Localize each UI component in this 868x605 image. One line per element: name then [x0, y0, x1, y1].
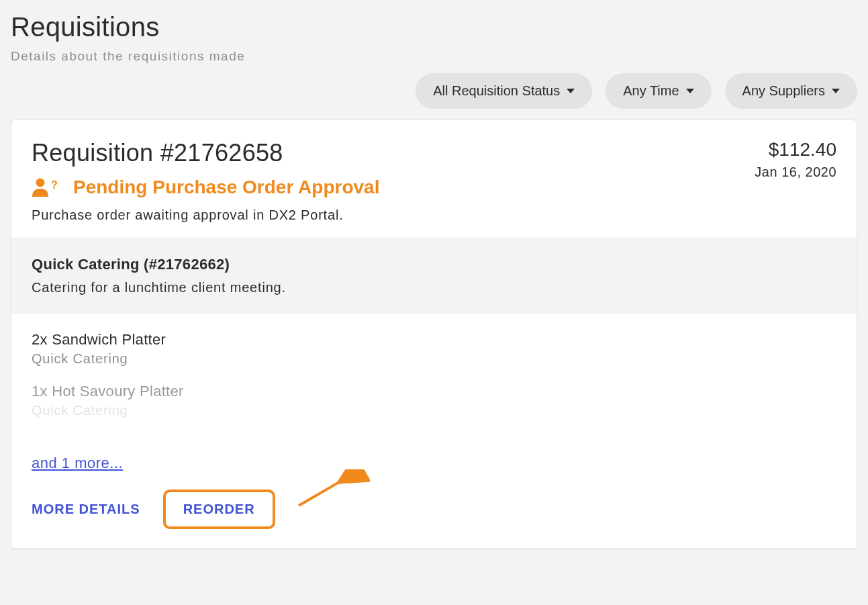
line-item-title: 2x Sandwich Platter — [32, 331, 836, 348]
chevron-down-icon — [567, 89, 575, 93]
svg-text:?: ? — [51, 179, 58, 191]
requisition-status: Pending Purchase Order Approval — [73, 177, 379, 198]
requisition-date: Jan 16, 2020 — [755, 165, 836, 180]
filter-row: All Requisition Status Any Time Any Supp… — [11, 73, 857, 109]
svg-line-2 — [299, 472, 356, 506]
line-item: 1x Hot Savoury Platter Quick Catering — [32, 383, 836, 418]
arrow-annotation-icon — [289, 469, 370, 523]
card-header: Requisition #21762658 ? Pending Purchase… — [11, 120, 857, 238]
filter-suppliers-dropdown[interactable]: Any Suppliers — [725, 73, 857, 109]
requisition-title: Requisition #21762658 — [32, 139, 755, 167]
filter-time-dropdown[interactable]: Any Time — [606, 73, 711, 109]
more-items-link[interactable]: and 1 more... — [32, 455, 123, 472]
filter-status-label: All Requisition Status — [433, 83, 560, 99]
reorder-highlight: REORDER — [163, 490, 275, 529]
requisition-price: $112.40 — [755, 139, 836, 160]
chevron-down-icon — [832, 89, 840, 93]
line-item-title: 1x Hot Savoury Platter — [32, 383, 836, 400]
requisition-card: Requisition #21762658 ? Pending Purchase… — [11, 120, 857, 549]
actions-row: MORE DETAILS REORDER — [11, 472, 857, 548]
line-item: 2x Sandwich Platter Quick Catering — [32, 331, 836, 367]
items-area: 2x Sandwich Platter Quick Catering 1x Ho… — [11, 314, 857, 472]
svg-point-0 — [36, 179, 45, 187]
page-title: Requisitions — [11, 12, 857, 42]
reorder-button[interactable]: REORDER — [183, 502, 255, 517]
requisition-status-desc: Purchase order awaiting approval in DX2 … — [32, 207, 755, 223]
supplier-desc: Catering for a lunchtime client meeting. — [32, 280, 836, 295]
more-details-button[interactable]: MORE DETAILS — [32, 502, 140, 517]
person-question-icon: ? — [32, 177, 58, 197]
line-item-sub: Quick Catering — [32, 351, 836, 367]
filter-time-label: Any Time — [623, 83, 679, 99]
filter-status-dropdown[interactable]: All Requisition Status — [416, 73, 592, 109]
supplier-section: Quick Catering (#21762662) Catering for … — [11, 238, 857, 314]
filter-suppliers-label: Any Suppliers — [742, 83, 825, 99]
chevron-down-icon — [686, 89, 694, 93]
line-item-sub: Quick Catering — [32, 403, 836, 418]
supplier-title: Quick Catering (#21762662) — [32, 256, 836, 273]
page-subtitle: Details about the requisitions made — [11, 49, 857, 64]
